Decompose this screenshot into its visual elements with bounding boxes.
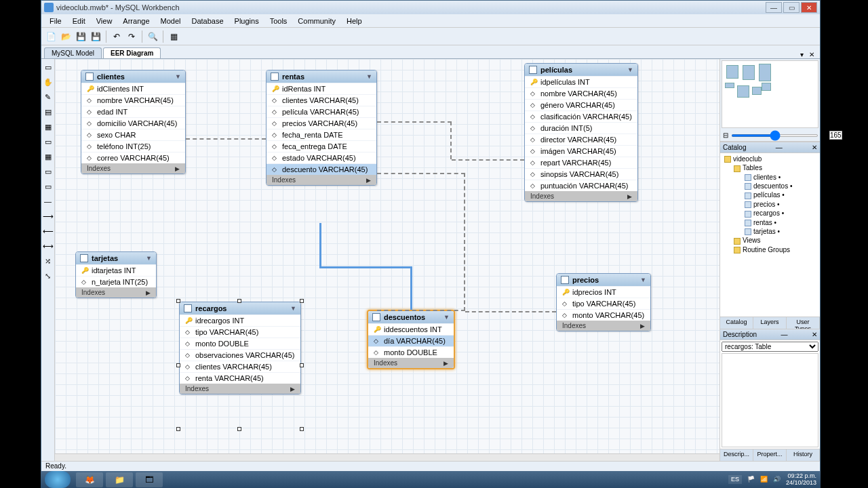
expand-icon[interactable]: ▶ <box>366 177 371 184</box>
collapse-icon[interactable]: ▼ <box>443 314 450 321</box>
expand-icon[interactable]: ▶ <box>146 289 151 296</box>
tray-flag-icon[interactable]: 🏳️ <box>747 476 755 483</box>
pointer-tool-icon[interactable]: ▭ <box>43 62 54 73</box>
tree-views[interactable]: Views <box>722 236 818 245</box>
menu-arrange[interactable]: Arrange <box>117 17 155 25</box>
titlebar[interactable]: videoclub.mwb* - MySQL Workbench — ▭ ✕ <box>41 1 820 14</box>
table-tool-icon[interactable]: ▦ <box>43 151 54 162</box>
taskbar-firefox-icon[interactable]: 🦊 <box>76 472 103 487</box>
rel-id-icon[interactable]: ⤮ <box>43 256 54 266</box>
menu-help[interactable]: Help <box>341 17 368 25</box>
expand-icon[interactable]: ▶ <box>443 360 448 367</box>
expand-icon[interactable]: ▶ <box>640 323 645 329</box>
collapse-icon[interactable]: ▼ <box>146 255 152 262</box>
navigator-thumbnail[interactable] <box>722 60 818 128</box>
layer-tool-icon[interactable]: ▤ <box>43 106 54 117</box>
tree-table[interactable]: clientes • <box>722 173 818 182</box>
indexes-label[interactable]: Indexes <box>530 192 554 200</box>
tab-history[interactable]: History <box>787 449 820 461</box>
zoom-value[interactable]: 165 <box>829 131 842 140</box>
close-button[interactable]: ✕ <box>801 2 817 13</box>
indexes-label[interactable]: Indexes <box>87 165 111 172</box>
resize-handle[interactable] <box>300 427 304 431</box>
table-clientes[interactable]: clientes▼ 🔑idClientes INT ◇nombre VARCHA… <box>81 70 186 174</box>
tree-table[interactable]: recargos • <box>722 209 818 218</box>
menu-database[interactable]: Database <box>186 17 229 25</box>
expand-icon[interactable]: ▶ <box>290 386 295 392</box>
catalog-tree[interactable]: videoclub Tables clientes • descuentos •… <box>720 153 820 317</box>
start-button[interactable] <box>45 471 71 488</box>
new-button[interactable]: 📄 <box>44 30 58 43</box>
description-textarea[interactable] <box>722 353 818 447</box>
table-descuentos[interactable]: descuentos▼ 🔑iddescuentos INT ◇día VARCH… <box>367 310 455 369</box>
language-indicator[interactable]: ES <box>728 475 742 485</box>
expand-icon[interactable]: ▶ <box>627 193 632 200</box>
resize-handle[interactable] <box>176 363 180 367</box>
description-selector[interactable]: recargos: Table <box>722 342 818 352</box>
table-rentas[interactable]: rentas▼ 🔑idRentas INT ◇clientes VARCHAR(… <box>266 70 377 186</box>
tree-tables[interactable]: Tables <box>722 163 818 172</box>
side-tab-usertypes[interactable]: User Types <box>787 317 820 329</box>
minimize-button[interactable]: — <box>766 2 782 13</box>
indexes-label[interactable]: Indexes <box>185 385 209 392</box>
tree-table[interactable]: películas • <box>722 190 818 199</box>
menu-plugins[interactable]: Plugins <box>229 17 264 25</box>
collapse-icon[interactable]: ▼ <box>290 305 296 312</box>
resize-handle[interactable] <box>237 299 241 303</box>
grid-button[interactable]: ▦ <box>167 30 180 43</box>
table-tarjetas[interactable]: tarjetas▼ 🔑idtarjetas INT ◇n_tarjeta INT… <box>75 251 157 298</box>
indexes-label[interactable]: Indexes <box>272 176 296 184</box>
indexes-label[interactable]: Indexes <box>374 359 397 367</box>
tab-description[interactable]: Descrip... <box>720 449 753 461</box>
rel-1-n-icon[interactable]: ⟶ <box>43 211 54 222</box>
collapse-icon[interactable]: ▼ <box>640 277 646 283</box>
rel-n-m-icon[interactable]: ⟷ <box>43 241 54 251</box>
resize-handle[interactable] <box>300 363 304 367</box>
menu-view[interactable]: View <box>91 17 118 25</box>
undo-button[interactable]: ↶ <box>110 30 123 43</box>
eraser-tool-icon[interactable]: ✎ <box>43 92 54 102</box>
panel-close-icon[interactable]: ✕ <box>812 144 817 151</box>
collapse-icon[interactable]: ▼ <box>627 66 633 73</box>
tray-volume-icon[interactable]: 🔊 <box>773 476 781 483</box>
tab-dropdown-icon[interactable]: ▾ <box>797 51 806 58</box>
resize-grip-icon[interactable] <box>808 462 816 470</box>
expand-icon[interactable]: ▶ <box>175 165 180 172</box>
tab-properties[interactable]: Propert... <box>753 449 787 461</box>
indexes-label[interactable]: Indexes <box>562 322 586 329</box>
menu-edit[interactable]: Edit <box>67 17 91 25</box>
collapse-icon[interactable]: ▼ <box>175 73 181 80</box>
zoom-out-icon[interactable]: ⊟ <box>723 131 728 139</box>
routine-tool-icon[interactable]: ▭ <box>43 181 54 192</box>
table-recargos[interactable]: recargos▼ 🔑idrecargos INT ◇tipo VARCHAR(… <box>179 302 301 394</box>
panel-close-icon[interactable]: ✕ <box>812 331 817 338</box>
collapse-icon[interactable]: ▼ <box>366 73 372 80</box>
find-button[interactable]: 🔍 <box>146 30 159 43</box>
zoom-in-icon[interactable]: ⊞ <box>821 131 827 139</box>
zoom-slider[interactable] <box>731 134 818 137</box>
maximize-button[interactable]: ▭ <box>783 2 800 13</box>
image-tool-icon[interactable]: ▭ <box>43 136 54 147</box>
rel-1-1-icon[interactable]: — <box>43 196 54 207</box>
panel-min-icon[interactable]: — <box>781 331 788 338</box>
menu-model[interactable]: Model <box>155 17 186 25</box>
tree-table[interactable]: rentas • <box>722 218 818 227</box>
menu-community[interactable]: Community <box>292 17 341 25</box>
view-tool-icon[interactable]: ▭ <box>43 166 54 177</box>
zoom-reset-icon[interactable]: ▭ <box>845 131 851 139</box>
save-button[interactable]: 💾 <box>74 30 87 43</box>
tree-table[interactable]: tarjetas • <box>722 227 818 236</box>
hand-tool-icon[interactable]: ✋ <box>43 77 54 87</box>
taskbar-explorer-icon[interactable]: 📁 <box>106 472 133 487</box>
indexes-label[interactable]: Indexes <box>81 289 105 296</box>
resize-handle[interactable] <box>176 299 180 303</box>
system-tray[interactable]: ES 🏳️ 📶 🔊 09:22 p.m. 24/10/2013 <box>724 473 821 487</box>
resize-handle[interactable] <box>237 427 241 431</box>
menu-file[interactable]: File <box>44 17 67 25</box>
tree-table[interactable]: precios • <box>722 200 818 209</box>
panel-min-icon[interactable]: — <box>776 144 783 151</box>
tree-db[interactable]: videoclub <box>722 155 818 163</box>
rel-n-1-icon[interactable]: ⟵ <box>43 226 54 237</box>
tree-routines[interactable]: Routine Groups <box>722 245 818 254</box>
resize-handle[interactable] <box>176 427 180 431</box>
